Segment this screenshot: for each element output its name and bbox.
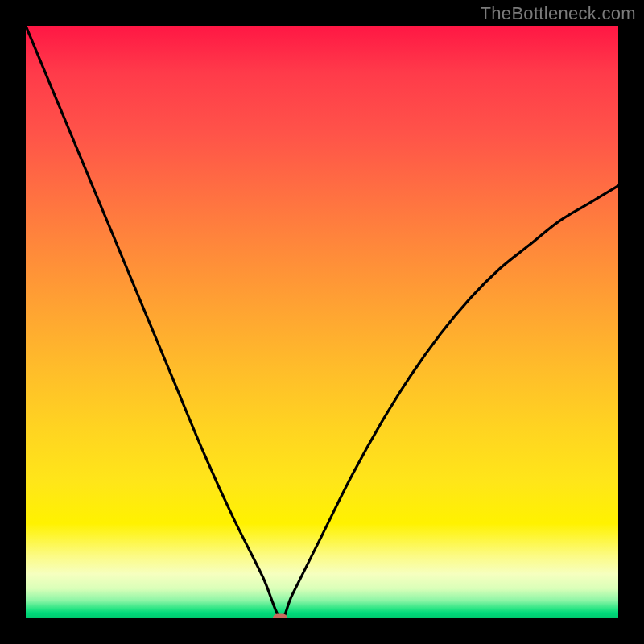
chart-frame: TheBottleneck.com — [0, 0, 644, 644]
gradient-background — [26, 26, 618, 618]
plot-area — [26, 26, 618, 618]
watermark-text: TheBottleneck.com — [481, 3, 636, 24]
